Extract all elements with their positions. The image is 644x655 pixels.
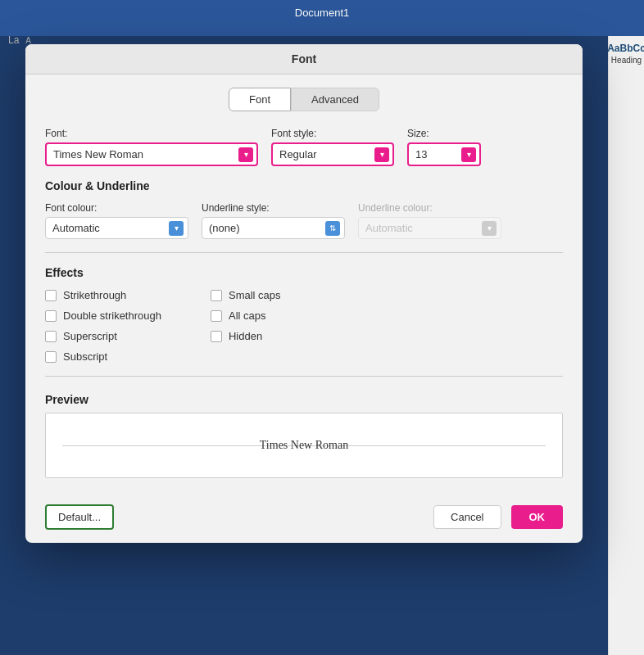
tab-advanced[interactable]: Advanced [291,88,379,111]
all-caps-label: All caps [229,309,266,322]
checkbox-double-strikethrough: Double strikethrough [45,309,161,322]
font-select[interactable]: Times New Roman Arial Calibri Georgia Ve… [45,142,258,166]
underline-colour-select-wrapper: Automatic ▾ [358,217,501,239]
checkbox-strikethrough: Strikethrough [45,289,161,301]
font-size-select-wrapper: 13 8 9 10 11 12 14 16 18 20 24 ▾ [407,142,481,166]
divider-2 [45,376,563,377]
font-dialog: Font Font Advanced Font: Times Ne [25,44,583,543]
checkbox-subscript: Subscript [45,350,161,363]
all-caps-checkbox[interactable] [211,310,222,322]
effects-col-1: Strikethrough Double strikethrough Super… [45,289,161,363]
heading-sample-text: AaBbCc [607,43,644,54]
small-caps-checkbox[interactable] [211,290,222,301]
font-colour-select[interactable]: Automatic Black White Red Blue Green [45,217,188,239]
tab-font[interactable]: Font [229,88,291,111]
subscript-label: Subscript [63,350,107,363]
checkbox-superscript: Superscript [45,330,161,342]
dialog-tabs: Font Advanced [45,88,563,111]
font-select-wrapper: Times New Roman Arial Calibri Georgia Ve… [45,142,258,166]
underline-style-select-wrapper: (none) Single Double Dotted Dashed ⇅ [202,217,345,239]
font-style-select[interactable]: Regular Italic Bold Bold Italic [271,142,394,166]
divider-1 [45,252,563,253]
font-size-select[interactable]: 13 8 9 10 11 12 14 16 18 20 24 [407,142,481,166]
font-colour-select-wrapper: Automatic Black White Red Blue Green ▾ [45,217,188,239]
dialog-title: Font [292,52,316,66]
hidden-checkbox[interactable] [211,331,222,342]
colour-underline-header: Colour & Underline [45,179,563,192]
footer-right-buttons: Cancel OK [433,505,563,529]
hidden-label: Hidden [229,330,262,342]
dialog-footer: Default... Cancel OK [25,495,583,543]
font-label: Font: [45,128,258,139]
font-colour-label: Font colour: [45,202,188,214]
preview-label: Preview [45,393,563,406]
cancel-button[interactable]: Cancel [433,505,501,529]
small-caps-label: Small caps [229,289,281,301]
effects-header: Effects [45,266,563,279]
double-strikethrough-checkbox[interactable] [45,310,57,322]
double-strikethrough-label: Double strikethrough [63,309,161,322]
app-title: Document1 [295,7,349,19]
preview-box: Times New Roman [45,413,563,478]
subscript-checkbox[interactable] [45,351,57,363]
strikethrough-label: Strikethrough [63,289,126,301]
underline-colour-select: Automatic [358,217,501,239]
font-colour-group: Font colour: Automatic Black White Red B… [45,202,188,239]
heading-panel: AaBbCc Heading [608,36,644,655]
superscript-checkbox[interactable] [45,331,57,342]
font-size-label: Size: [407,128,481,139]
font-style-group: Font style: Regular Italic Bold Bold Ita… [271,128,394,166]
effects-grid: Strikethrough Double strikethrough Super… [45,289,563,363]
font-name-group: Font: Times New Roman Arial Calibri Geor… [45,128,258,166]
default-button[interactable]: Default... [45,504,114,530]
checkbox-hidden: Hidden [211,330,281,342]
dialog-titlebar: Font [25,44,583,75]
preview-section: Preview Times New Roman [45,393,563,478]
dialog-content: Font Advanced Font: Times New Roman Aria… [25,75,583,495]
font-size-group: Size: 13 8 9 10 11 12 14 16 18 20 [407,128,481,166]
checkbox-small-caps: Small caps [211,289,281,301]
underline-colour-label: Underline colour: [358,202,501,214]
strikethrough-checkbox[interactable] [45,290,57,301]
underline-style-select[interactable]: (none) Single Double Dotted Dashed [202,217,345,239]
underline-colour-group: Underline colour: Automatic ▾ [358,202,501,239]
font-style-select-wrapper: Regular Italic Bold Bold Italic ▾ [271,142,394,166]
effects-col-2: Small caps All caps Hidden [211,289,281,363]
dialog-overlay: Font Font Advanced Font: Times Ne [0,36,608,655]
ok-button[interactable]: OK [511,505,564,529]
font-style-label: Font style: [271,128,394,139]
heading-label: Heading [611,56,642,65]
superscript-label: Superscript [63,330,117,342]
title-bar: Document1 [0,0,644,25]
preview-text: Times New Roman [260,439,348,452]
font-style-size-row: Font: Times New Roman Arial Calibri Geor… [45,128,563,166]
checkbox-all-caps: All caps [211,309,281,322]
underline-style-label: Underline style: [202,202,345,214]
colour-underline-row: Font colour: Automatic Black White Red B… [45,202,563,239]
underline-style-group: Underline style: (none) Single Double Do… [202,202,345,239]
